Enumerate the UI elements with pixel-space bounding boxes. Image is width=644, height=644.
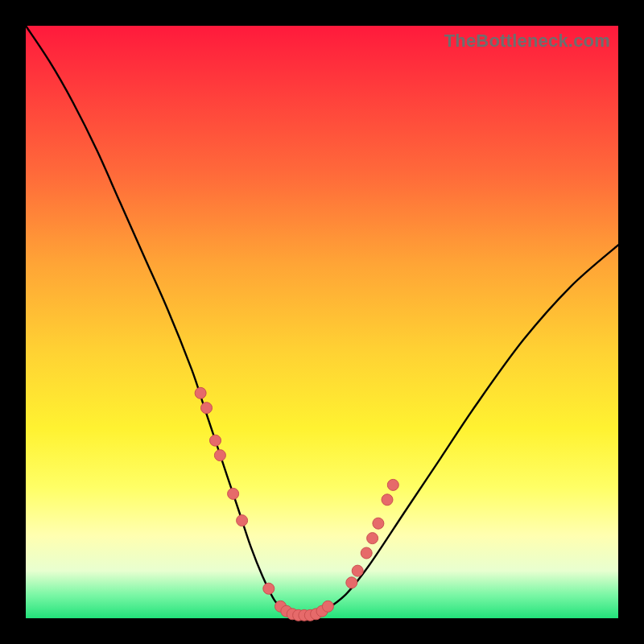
fit-marker <box>210 435 221 446</box>
chart-frame: TheBottleneck.com <box>0 0 644 644</box>
fit-marker <box>228 488 239 499</box>
fit-marker <box>387 479 398 490</box>
curve-layer <box>26 26 618 618</box>
fit-marker <box>214 450 225 461</box>
fit-marker <box>367 533 378 544</box>
fit-marker <box>382 494 393 506</box>
fit-marker <box>201 402 213 414</box>
fit-marker <box>352 565 363 576</box>
fit-marker <box>361 547 372 559</box>
fit-marker <box>195 387 206 398</box>
fit-marker <box>346 577 357 588</box>
fit-markers <box>195 387 398 621</box>
fit-marker <box>373 518 384 529</box>
fit-marker <box>263 583 275 594</box>
fit-marker <box>237 515 248 526</box>
plot-area: TheBottleneck.com <box>26 26 618 618</box>
bottleneck-curve <box>26 26 618 619</box>
fit-marker <box>322 601 333 612</box>
